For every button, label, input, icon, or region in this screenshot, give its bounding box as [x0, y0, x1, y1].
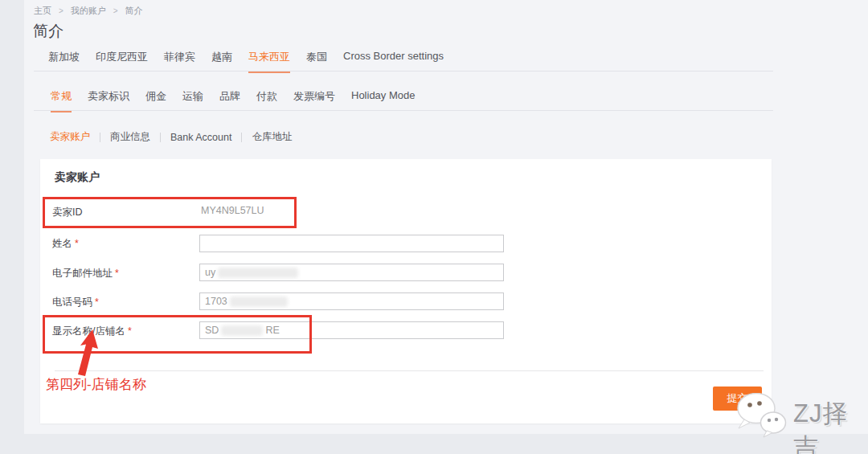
tab-seller-logo[interactable]: 卖家标识	[88, 89, 129, 112]
annotation-arrow-icon	[68, 326, 105, 381]
required-mark: *	[115, 268, 119, 279]
annotation-box-seller-id	[43, 197, 297, 228]
page-title: 简介	[33, 21, 63, 42]
email-label-text: 电子邮件地址	[52, 268, 113, 279]
wechat-icon	[732, 393, 793, 438]
breadcrumb-profile: 简介	[125, 5, 143, 17]
card-divider	[55, 370, 764, 371]
subnav-bank-account[interactable]: Bank Account	[161, 132, 241, 143]
name-label-text: 姓名	[52, 238, 72, 249]
name-input[interactable]	[199, 235, 504, 252]
email-input[interactable]: uy	[199, 264, 504, 281]
tab-payment[interactable]: 付款	[256, 89, 277, 112]
tab-cross-border-settings[interactable]: Cross Border settings	[343, 50, 444, 73]
tab-malaysia[interactable]: 马来西亚	[248, 50, 290, 73]
tab-brand[interactable]: 品牌	[219, 89, 240, 112]
tab-philippines[interactable]: 菲律宾	[164, 50, 195, 73]
email-input-value: uy	[205, 267, 215, 278]
tab-shipping[interactable]: 运输	[182, 89, 203, 112]
profile-subnav: 卖家账户 商业信息 Bank Account 仓库地址	[50, 130, 301, 144]
subnav-seller-account[interactable]: 卖家账户	[50, 130, 100, 144]
required-mark: *	[95, 297, 99, 308]
breadcrumb-my-account[interactable]: 我的账户	[71, 5, 106, 17]
country-tabs: 新加坡 印度尼西亚 菲律宾 越南 马来西亚 泰国 Cross Border se…	[48, 50, 444, 73]
name-label: 姓名*	[52, 237, 79, 251]
phone-label-text: 电话号码	[52, 297, 92, 308]
annotation-note: 第四列-店铺名称	[46, 375, 146, 394]
phone-input[interactable]: 1703	[199, 292, 504, 310]
tab-general[interactable]: 常规	[51, 89, 72, 112]
tab-holiday-mode[interactable]: Holiday Mode	[351, 89, 416, 112]
watermark-text: ZJ择吉	[793, 397, 868, 454]
breadcrumb-home[interactable]: 主页	[34, 5, 51, 17]
phone-label: 电话号码*	[52, 296, 99, 309]
tab-vietnam[interactable]: 越南	[211, 50, 232, 73]
country-tabs-divider	[34, 71, 773, 72]
redacted-blur-patch	[230, 297, 288, 307]
subnav-warehouse-address[interactable]: 仓库地址	[242, 130, 301, 144]
email-label: 电子邮件地址*	[52, 267, 119, 280]
tab-invoice-number[interactable]: 发票编号	[293, 89, 335, 112]
required-mark: *	[75, 238, 79, 249]
section-tabs: 常规 卖家标识 佣金 运输 品牌 付款 发票编号 Holiday Mode	[51, 89, 416, 112]
tab-singapore[interactable]: 新加坡	[48, 50, 80, 73]
card-heading: 卖家账户	[55, 170, 100, 185]
breadcrumb-separator: >	[113, 6, 118, 15]
subnav-business-info[interactable]: 商业信息	[100, 130, 160, 144]
tab-commission[interactable]: 佣金	[145, 89, 166, 112]
seller-center-profile-page: 主页 > 我的账户 > 简介 简介 新加坡 印度尼西亚 菲律宾 越南 马来西亚 …	[0, 0, 868, 454]
phone-input-value: 1703	[205, 296, 227, 307]
tab-indonesia[interactable]: 印度尼西亚	[96, 50, 148, 73]
section-tabs-divider	[34, 110, 773, 111]
tab-thailand[interactable]: 泰国	[306, 50, 327, 73]
redacted-blur-patch	[218, 268, 298, 278]
breadcrumb: 主页 > 我的账户 > 简介	[34, 5, 143, 17]
breadcrumb-separator: >	[59, 6, 63, 15]
